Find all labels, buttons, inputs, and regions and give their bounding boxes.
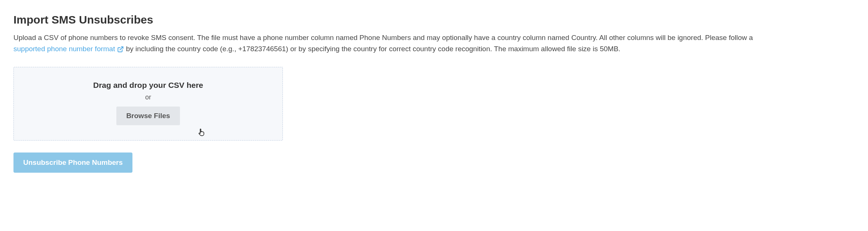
link-text: supported phone number format: [13, 43, 115, 55]
description-part1: Upload a CSV of phone numbers to revoke …: [13, 34, 753, 41]
supported-format-link[interactable]: supported phone number format: [13, 43, 124, 55]
external-link-icon: [117, 46, 124, 53]
dropzone-title: Drag and drop your CSV here: [23, 81, 273, 90]
svg-line-0: [120, 47, 123, 50]
description-part2: by including the country code (e.g., +17…: [126, 45, 620, 53]
unsubscribe-phone-numbers-button[interactable]: Unsubscribe Phone Numbers: [13, 153, 132, 173]
browse-files-button[interactable]: Browse Files: [116, 107, 180, 125]
csv-dropzone[interactable]: Drag and drop your CSV here or Browse Fi…: [13, 67, 283, 141]
dropzone-or-text: or: [23, 93, 273, 101]
description-text: Upload a CSV of phone numbers to revoke …: [13, 32, 852, 55]
page-title: Import SMS Unsubscribes: [13, 13, 855, 26]
cursor-pointer-icon: [197, 128, 206, 137]
